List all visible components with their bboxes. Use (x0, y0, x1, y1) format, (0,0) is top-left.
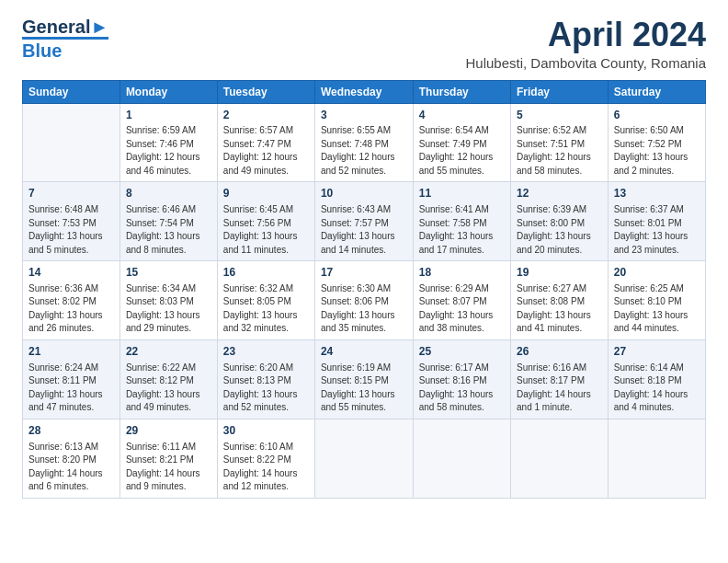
sunrise-text: Sunrise: 6:45 AM (223, 204, 293, 214)
day-info: Sunrise: 6:41 AM Sunset: 7:58 PM Dayligh… (419, 203, 505, 257)
sunset-text: Sunset: 8:03 PM (126, 296, 194, 306)
day-number: 29 (126, 423, 211, 439)
day-number: 6 (614, 108, 700, 123)
sunrise-text: Sunrise: 6:34 AM (126, 283, 196, 293)
table-row: 15 Sunrise: 6:34 AM Sunset: 8:03 PM Dayl… (119, 261, 217, 340)
day-info: Sunrise: 6:54 AM Sunset: 7:49 PM Dayligh… (419, 124, 505, 178)
sunset-text: Sunset: 8:00 PM (517, 218, 585, 228)
day-number: 2 (223, 108, 309, 123)
day-info: Sunrise: 6:20 AM Sunset: 8:13 PM Dayligh… (223, 362, 309, 415)
day-info: Sunrise: 6:27 AM Sunset: 8:08 PM Dayligh… (517, 282, 602, 336)
day-number: 3 (321, 108, 407, 123)
day-number: 5 (517, 108, 602, 123)
sunset-text: Sunset: 7:51 PM (517, 139, 585, 149)
sunrise-text: Sunrise: 6:22 AM (126, 362, 196, 373)
table-row (511, 419, 609, 498)
daylight-text: Daylight: 13 hours and 5 minutes. (28, 231, 103, 255)
sunrise-text: Sunrise: 6:20 AM (223, 362, 293, 373)
day-number: 10 (321, 186, 407, 201)
sunrise-text: Sunrise: 6:50 AM (614, 125, 684, 135)
calendar-week-row: 7 Sunrise: 6:48 AM Sunset: 7:53 PM Dayli… (23, 182, 706, 261)
sunrise-text: Sunrise: 6:13 AM (28, 442, 98, 452)
day-number: 27 (614, 344, 700, 360)
day-info: Sunrise: 6:32 AM Sunset: 8:05 PM Dayligh… (223, 282, 309, 336)
sunrise-text: Sunrise: 6:52 AM (517, 125, 586, 135)
daylight-text: Daylight: 13 hours and 44 minutes. (614, 310, 688, 334)
daylight-text: Daylight: 13 hours and 41 minutes. (517, 310, 591, 334)
table-row: 3 Sunrise: 6:55 AM Sunset: 7:48 PM Dayli… (314, 103, 413, 182)
col-monday: Monday (119, 80, 217, 103)
table-row: 20 Sunrise: 6:25 AM Sunset: 8:10 PM Dayl… (608, 261, 705, 340)
day-number: 15 (126, 265, 211, 281)
sunset-text: Sunset: 8:07 PM (419, 296, 487, 306)
sunset-text: Sunset: 8:10 PM (614, 296, 682, 306)
sunrise-text: Sunrise: 6:41 AM (419, 204, 489, 214)
sunset-text: Sunset: 7:49 PM (419, 139, 487, 149)
day-info: Sunrise: 6:16 AM Sunset: 8:17 PM Dayligh… (517, 362, 602, 415)
header: General► Blue April 2024 Hulubesti, Damb… (22, 17, 706, 71)
daylight-text: Daylight: 13 hours and 2 minutes. (614, 152, 688, 176)
day-number: 18 (419, 265, 505, 281)
day-info: Sunrise: 6:36 AM Sunset: 8:02 PM Dayligh… (28, 282, 114, 336)
day-info: Sunrise: 6:55 AM Sunset: 7:48 PM Dayligh… (321, 124, 407, 178)
sunrise-text: Sunrise: 6:16 AM (517, 362, 586, 373)
day-number: 16 (223, 265, 309, 281)
sunrise-text: Sunrise: 6:32 AM (223, 283, 293, 293)
sunrise-text: Sunrise: 6:37 AM (614, 204, 684, 214)
daylight-text: Daylight: 12 hours and 49 minutes. (223, 152, 298, 176)
sunrise-text: Sunrise: 6:59 AM (126, 125, 196, 135)
col-tuesday: Tuesday (217, 80, 314, 103)
sunset-text: Sunset: 7:46 PM (126, 139, 194, 149)
sunrise-text: Sunrise: 6:27 AM (517, 283, 586, 293)
daylight-text: Daylight: 13 hours and 55 minutes. (321, 389, 395, 413)
sunset-text: Sunset: 8:18 PM (614, 375, 682, 385)
sunrise-text: Sunrise: 6:30 AM (321, 283, 391, 293)
table-row (608, 419, 705, 498)
day-number: 30 (223, 423, 309, 439)
sunrise-text: Sunrise: 6:39 AM (517, 204, 586, 214)
table-row: 6 Sunrise: 6:50 AM Sunset: 7:52 PM Dayli… (608, 103, 705, 182)
table-row (314, 419, 413, 498)
day-number: 7 (28, 186, 114, 201)
sunrise-text: Sunrise: 6:54 AM (419, 125, 489, 135)
daylight-text: Daylight: 14 hours and 1 minute. (517, 389, 591, 413)
day-info: Sunrise: 6:19 AM Sunset: 8:15 PM Dayligh… (321, 362, 407, 415)
sunset-text: Sunset: 7:58 PM (419, 218, 487, 228)
daylight-text: Daylight: 13 hours and 47 minutes. (28, 389, 103, 413)
logo: General► Blue (22, 17, 108, 61)
day-info: Sunrise: 6:22 AM Sunset: 8:12 PM Dayligh… (126, 362, 211, 415)
daylight-text: Daylight: 13 hours and 11 minutes. (223, 231, 298, 255)
table-row: 21 Sunrise: 6:24 AM Sunset: 8:11 PM Dayl… (23, 339, 120, 419)
daylight-text: Daylight: 12 hours and 52 minutes. (321, 152, 395, 176)
sunrise-text: Sunrise: 6:55 AM (321, 125, 391, 135)
sunset-text: Sunset: 8:13 PM (223, 375, 291, 385)
sunset-text: Sunset: 8:15 PM (321, 375, 389, 385)
day-info: Sunrise: 6:45 AM Sunset: 7:56 PM Dayligh… (223, 203, 309, 257)
daylight-text: Daylight: 12 hours and 46 minutes. (126, 152, 200, 176)
sunrise-text: Sunrise: 6:43 AM (321, 204, 391, 214)
day-info: Sunrise: 6:10 AM Sunset: 8:22 PM Dayligh… (223, 441, 309, 494)
sunrise-text: Sunrise: 6:29 AM (419, 283, 489, 293)
table-row (413, 419, 510, 498)
table-row: 5 Sunrise: 6:52 AM Sunset: 7:51 PM Dayli… (511, 103, 609, 182)
sunset-text: Sunset: 8:16 PM (419, 375, 487, 385)
calendar-week-row: 1 Sunrise: 6:59 AM Sunset: 7:46 PM Dayli… (23, 103, 706, 182)
col-friday: Friday (511, 80, 609, 103)
daylight-text: Daylight: 13 hours and 52 minutes. (223, 389, 298, 413)
table-row: 26 Sunrise: 6:16 AM Sunset: 8:17 PM Dayl… (511, 339, 609, 419)
day-number: 20 (614, 265, 700, 281)
day-number: 21 (28, 344, 114, 360)
sunrise-text: Sunrise: 6:14 AM (614, 362, 684, 373)
table-row (23, 103, 120, 182)
sunrise-text: Sunrise: 6:25 AM (614, 283, 684, 293)
table-row: 12 Sunrise: 6:39 AM Sunset: 8:00 PM Dayl… (511, 182, 609, 261)
day-number: 12 (517, 186, 602, 201)
sunrise-text: Sunrise: 6:10 AM (223, 442, 293, 452)
daylight-text: Daylight: 13 hours and 8 minutes. (126, 231, 200, 255)
table-row: 11 Sunrise: 6:41 AM Sunset: 7:58 PM Dayl… (413, 182, 510, 261)
month-title: April 2024 (465, 17, 706, 53)
table-row: 1 Sunrise: 6:59 AM Sunset: 7:46 PM Dayli… (119, 103, 217, 182)
daylight-text: Daylight: 13 hours and 14 minutes. (321, 231, 395, 255)
page: General► Blue April 2024 Hulubesti, Damb… (0, 0, 728, 563)
day-info: Sunrise: 6:43 AM Sunset: 7:57 PM Dayligh… (321, 203, 407, 257)
